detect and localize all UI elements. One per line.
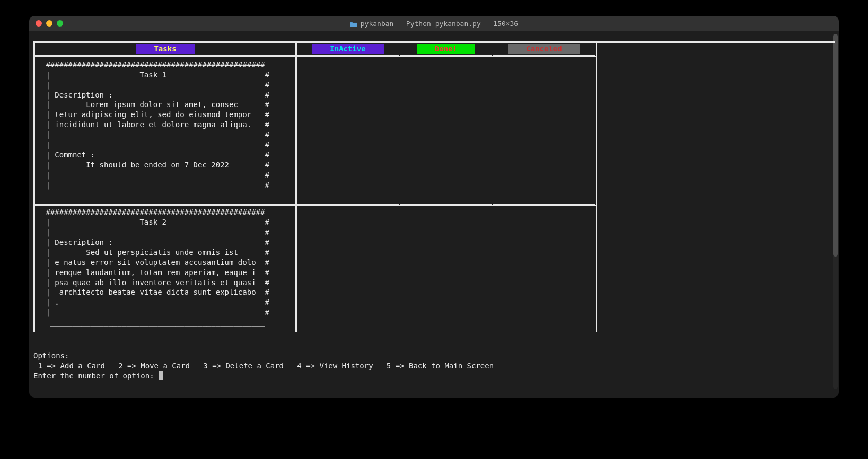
empty-cell (400, 57, 493, 204)
empty-cell (297, 57, 400, 204)
table-row: ########################################… (33, 204, 835, 332)
column-header-canceled: Canceled (493, 43, 597, 57)
column-label-done: Done! (417, 44, 475, 54)
terminal-body[interactable]: Tasks InActive Done! Canceled ##########… (29, 31, 839, 386)
empty-cell (493, 57, 597, 204)
empty-cell (297, 204, 400, 332)
table-row: ########################################… (33, 57, 835, 204)
kanban-body: ########################################… (33, 57, 835, 333)
input-prompt: Enter the number of option: (33, 372, 159, 380)
kanban-header-row: Tasks InActive Done! Canceled (33, 41, 835, 57)
column-header-tasks: Tasks (33, 43, 297, 57)
options-line: 1 => Add a Card 2 => Move a Card 3 => De… (33, 361, 494, 370)
window-title: pykanban — Python pykanban.py — 150×36 (29, 20, 839, 28)
cursor-icon[interactable] (159, 371, 163, 380)
empty-cell (400, 204, 493, 332)
folder-icon (350, 21, 357, 27)
card-task-1: ########################################… (33, 57, 297, 204)
titlebar: pykanban — Python pykanban.py — 150×36 (29, 16, 839, 31)
column-label-inactive: InActive (312, 44, 383, 54)
column-header-done: Done! (400, 43, 493, 57)
empty-cell (493, 204, 597, 332)
scrollbar-thumb[interactable] (833, 34, 838, 257)
column-label-tasks: Tasks (136, 44, 194, 54)
terminal-window: pykanban — Python pykanban.py — 150×36 T… (29, 16, 839, 398)
scrollbar[interactable] (833, 34, 838, 389)
options-block: Options: 1 => Add a Card 2 => Move a Car… (33, 333, 835, 381)
column-header-inactive: InActive (297, 43, 400, 57)
card-task-2: ########################################… (33, 204, 297, 332)
options-header: Options: (33, 351, 69, 360)
window-title-text: pykanban — Python pykanban.py — 150×36 (361, 20, 518, 28)
column-label-canceled: Canceled (508, 44, 580, 54)
